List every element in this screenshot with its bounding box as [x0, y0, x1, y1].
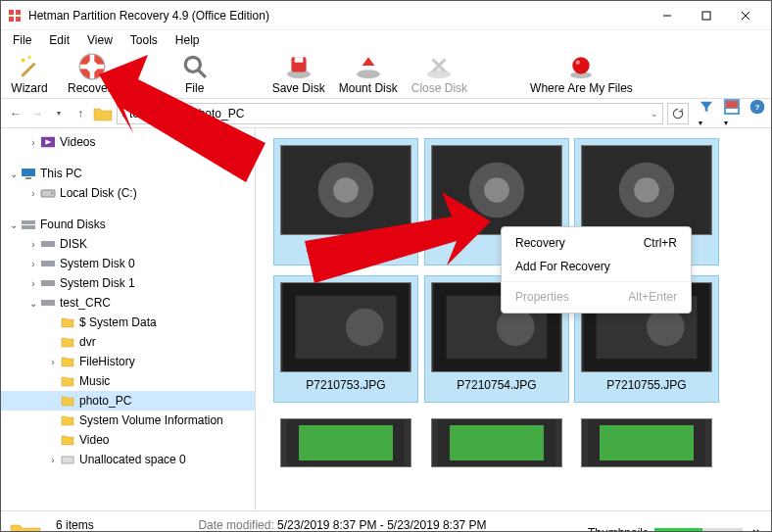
svg-point-57 [647, 309, 685, 347]
svg-point-12 [185, 57, 200, 72]
folder-icon [93, 106, 113, 121]
tree-node-sd1[interactable]: ›System Disk 1 [1, 273, 255, 293]
svg-point-5 [21, 58, 24, 62]
thumbnail-image [280, 282, 411, 372]
svg-point-42 [333, 177, 359, 203]
tree-node-dvr[interactable]: dvr [1, 332, 255, 352]
svg-rect-39 [62, 457, 73, 463]
menu-edit[interactable]: Edit [41, 31, 77, 49]
nav-forward-button[interactable]: → [28, 105, 46, 122]
svg-rect-61 [450, 425, 544, 460]
menu-view[interactable]: View [79, 31, 121, 49]
closedisk-icon [425, 53, 453, 80]
folder-icon [9, 519, 42, 533]
tree-panel[interactable]: › Videos ⌄ This PC › Local Disk (C:) ⌄ F… [1, 128, 256, 510]
svg-point-32 [51, 192, 53, 194]
closedisk-label: Close Disk [411, 81, 467, 95]
content-area: › Videos ⌄ This PC › Local Disk (C:) ⌄ F… [1, 128, 771, 510]
status-dates: Date modified: 5/23/2019 8:37 PM - 5/23/… [198, 518, 486, 533]
tree-node-music[interactable]: Music [1, 371, 255, 391]
mountdisk-icon [355, 53, 382, 80]
menu-file[interactable]: File [5, 31, 39, 49]
svg-rect-63 [600, 425, 694, 460]
svg-rect-35 [41, 241, 55, 247]
svg-rect-10 [78, 65, 106, 70]
breadcrumb[interactable]: › test_CRC › photo_PC ⌄ [117, 103, 663, 124]
tree-node-un0[interactable]: ›Unallocated space 0 [1, 450, 255, 469]
where-label: Where Are My Files [530, 81, 633, 95]
svg-rect-23 [726, 101, 738, 108]
recovery-label: Recovery [68, 81, 118, 95]
nav-bar: ← → ▾ ↑ › test_CRC › photo_PC ⌄ ▾ ▾ ? [1, 99, 771, 128]
svg-text:?: ? [755, 103, 760, 112]
thumbnail-grid[interactable]: P7210750.JPG P7210753.JPG P7210754.JPG P… [256, 128, 771, 510]
refresh-button[interactable] [667, 103, 689, 124]
nav-up-button[interactable]: ↑ [72, 105, 89, 122]
svg-point-18 [428, 70, 452, 78]
thumbnail-item[interactable]: P7210750.JPG [273, 138, 418, 266]
maximize-button[interactable] [687, 2, 726, 29]
svg-rect-2 [702, 12, 710, 20]
svg-rect-37 [41, 280, 55, 286]
wizard-button[interactable]: Wizard [5, 53, 54, 95]
tree-node-fh[interactable]: ›FileHistory [1, 352, 255, 371]
svg-point-6 [27, 56, 30, 59]
tree-node-sd0[interactable]: ›System Disk 0 [1, 254, 255, 273]
tree-node-video[interactable]: Video [1, 430, 255, 450]
tree-node-thispc[interactable]: ⌄ This PC [1, 164, 255, 183]
svg-rect-59 [299, 425, 393, 460]
menu-bar: File Edit View Tools Help [1, 30, 771, 50]
ctx-recovery[interactable]: RecoveryCtrl+R [502, 231, 691, 255]
breadcrumb-dropdown-icon[interactable]: ⌄ [651, 109, 658, 119]
svg-rect-31 [41, 190, 55, 197]
thumbnail-item[interactable] [273, 412, 418, 471]
filter-icon[interactable]: ▾ [699, 99, 714, 128]
ctx-properties[interactable]: PropertiesAlt+Enter [502, 285, 691, 309]
breadcrumb-seg-2[interactable]: photo_PC [192, 107, 244, 121]
close-button[interactable] [726, 2, 765, 29]
tree-node-photo[interactable]: photo_PC [1, 391, 255, 411]
cancel-thumbnails-button[interactable]: × [748, 526, 763, 533]
toolbar: Wizard Recovery File Save Disk Mount Dis… [1, 50, 771, 99]
nav-history-button[interactable]: ▾ [50, 105, 68, 122]
file-button[interactable]: File [170, 53, 219, 95]
view-icon[interactable]: ▾ [724, 99, 740, 128]
tree-node-svi[interactable]: System Volume Information [1, 411, 255, 430]
tree-node-ssd[interactable]: $ System Data [1, 313, 255, 332]
recovery-button[interactable]: Recovery [68, 53, 118, 95]
mountdisk-button[interactable]: Mount Disk [339, 53, 398, 95]
redbutton-icon [567, 53, 595, 80]
svg-rect-36 [41, 261, 55, 266]
magnifier-icon [181, 53, 209, 80]
savedisk-button[interactable]: Save Disk [272, 53, 325, 95]
where-button[interactable]: Where Are My Files [530, 53, 633, 95]
thumbnail-item[interactable] [424, 412, 569, 471]
svg-point-48 [634, 177, 659, 203]
tree-node-localdisk[interactable]: › Local Disk (C:) [1, 183, 255, 203]
closedisk-button[interactable]: Close Disk [411, 53, 467, 95]
svg-rect-16 [294, 57, 303, 62]
breadcrumb-seg-1[interactable]: test_CRC [129, 107, 180, 121]
minimize-button[interactable] [648, 2, 687, 29]
chevron-right-icon: › [121, 107, 125, 121]
thumbnails-progress [654, 528, 743, 533]
tree-node-testcrc[interactable]: ⌄test_CRC [1, 293, 255, 313]
status-thumbnails-label: Thumbnails [588, 526, 649, 533]
thumbnail-item[interactable] [574, 412, 719, 471]
nav-back-button[interactable]: ← [7, 105, 24, 122]
tree-node-disk[interactable]: ›DISK [1, 234, 255, 254]
help-icon[interactable]: ? [749, 99, 765, 128]
thumbnail-item[interactable]: P7210753.JPG [273, 275, 418, 403]
thumbnail-caption: P7210754.JPG [431, 378, 562, 392]
menu-help[interactable]: Help [168, 31, 208, 49]
tree-node-videos[interactable]: › Videos [1, 132, 255, 152]
svg-rect-34 [22, 225, 35, 229]
svg-rect-38 [41, 300, 55, 306]
menu-tools[interactable]: Tools [122, 31, 166, 49]
thumbnail-image [280, 145, 411, 235]
tree-node-founddisks[interactable]: ⌄ Found Disks [1, 215, 255, 234]
ctx-add-for-recovery[interactable]: Add For Recovery [502, 255, 691, 278]
lifebuoy-icon [78, 53, 106, 80]
mountdisk-label: Mount Disk [339, 81, 398, 95]
status-items: 6 items [56, 518, 155, 532]
